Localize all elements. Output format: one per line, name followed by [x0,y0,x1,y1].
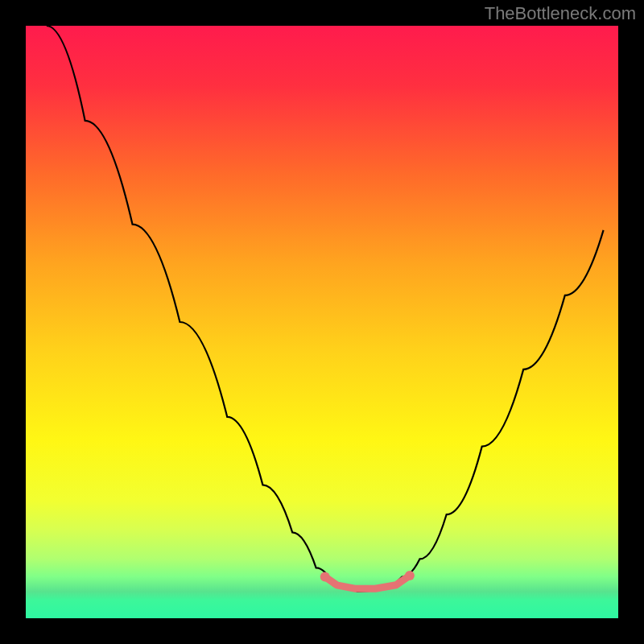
bottleneck-plot [0,0,644,644]
optimal-range-start-dot [320,572,330,582]
gradient-background [26,26,618,618]
watermark-text: TheBottleneck.com [485,3,636,24]
chart-frame: TheBottleneck.com [0,0,644,644]
optimal-range-end-dot [405,571,415,580]
